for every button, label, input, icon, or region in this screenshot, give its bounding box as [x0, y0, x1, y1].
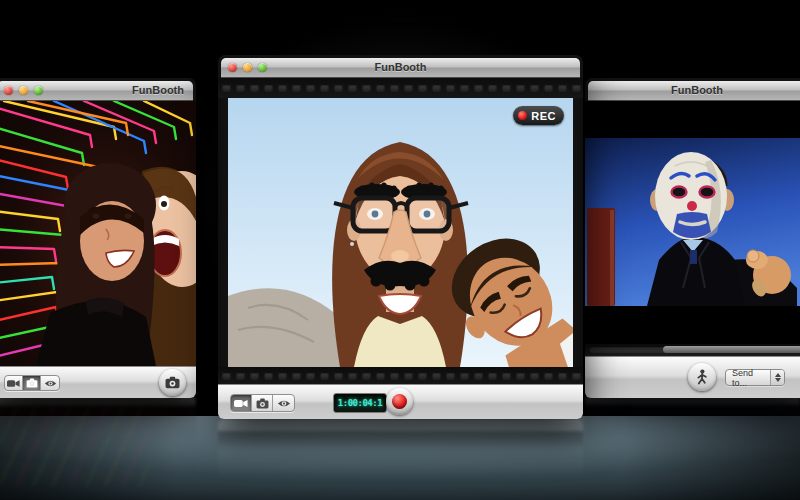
- film-perforation: [502, 84, 511, 92]
- record-button[interactable]: [386, 388, 413, 415]
- film-perforation: [264, 84, 273, 92]
- film-perforation: [530, 372, 539, 380]
- film-perforation: [516, 84, 525, 92]
- camera-preview-party: [0, 101, 196, 366]
- film-perforation: [264, 372, 273, 380]
- film-perforation: [460, 372, 469, 380]
- film-perforation: [236, 372, 245, 380]
- couple-photo-illustration: [228, 98, 573, 367]
- video-mode-button[interactable]: [231, 395, 252, 411]
- window-reflection: [0, 395, 196, 447]
- stepper-arrows-icon: [770, 370, 784, 385]
- film-perforation: [320, 372, 329, 380]
- camera-icon: [165, 376, 180, 389]
- zoom-button[interactable]: [34, 86, 43, 95]
- film-perforation: [278, 84, 287, 92]
- record-dot-icon: [392, 394, 407, 409]
- still-camera-icon: [26, 378, 38, 388]
- film-strip: [218, 78, 583, 98]
- film-perforation: [432, 372, 441, 380]
- send-to-popup[interactable]: Send to...: [725, 369, 785, 386]
- film-perforation: [362, 84, 371, 92]
- record-dot-icon: [518, 111, 527, 120]
- film-perforation: [222, 372, 231, 380]
- film-perforation: [404, 84, 413, 92]
- effects-mode-button[interactable]: [273, 395, 294, 411]
- film-perforation: [320, 84, 329, 92]
- photo-mode-button[interactable]: [23, 376, 41, 390]
- film-perforation: [376, 84, 385, 92]
- camera-preview-clown: [585, 138, 800, 306]
- titlebar: FunBooth: [221, 58, 580, 78]
- window-reflection: [218, 419, 583, 481]
- timecode-display: 1:00:04:1: [333, 393, 387, 413]
- recording-indicator: REC: [513, 106, 564, 125]
- film-perforation: [418, 372, 427, 380]
- camera-preview-couple: REC: [228, 98, 573, 367]
- funbooth-window-center: FunBooth: [218, 55, 583, 419]
- still-camera-icon: [256, 398, 269, 409]
- film-perforation: [348, 84, 357, 92]
- film-perforation: [250, 372, 259, 380]
- film-perforation: [446, 372, 455, 380]
- video-camera-icon: [7, 379, 20, 388]
- window-title: FunBooth: [588, 84, 800, 96]
- film-perforation: [544, 372, 553, 380]
- film-perforation: [404, 372, 413, 380]
- photo-mode-button[interactable]: [252, 395, 273, 411]
- film-perforation: [306, 372, 315, 380]
- film-perforation: [390, 84, 399, 92]
- film-perforation: [460, 84, 469, 92]
- effects-mode-button[interactable]: [41, 376, 59, 390]
- titlebar: FunBooth: [0, 81, 193, 101]
- effects-button[interactable]: [688, 363, 716, 391]
- party-photo-illustration: [0, 101, 196, 366]
- film-perforation: [278, 372, 287, 380]
- eye-icon: [277, 399, 291, 408]
- film-perforation: [362, 372, 371, 380]
- funbooth-promo-screen: FunBooth: [0, 0, 800, 500]
- film-perforation: [488, 372, 497, 380]
- window-title: FunBooth: [221, 61, 580, 73]
- window-title: FunBooth: [132, 84, 184, 96]
- toolbar: 1:00:04:1: [218, 384, 583, 419]
- window-reflection: [585, 394, 800, 446]
- walking-person-icon: [695, 369, 709, 385]
- film-perforation: [292, 84, 301, 92]
- film-strip: [218, 367, 583, 384]
- close-button[interactable]: [4, 86, 13, 95]
- film-perforation: [516, 372, 525, 380]
- film-perforation: [334, 84, 343, 92]
- toolbar: Send to...: [585, 356, 800, 398]
- titlebar: FunBooth: [588, 81, 800, 101]
- mode-segmented-control: [230, 394, 295, 412]
- take-photo-button[interactable]: [159, 369, 186, 396]
- film-perforation: [250, 84, 259, 92]
- film-perforation: [558, 372, 567, 380]
- rec-label: REC: [531, 110, 556, 122]
- film-perforation: [222, 84, 231, 92]
- film-perforation: [544, 84, 553, 92]
- scrubber-handle[interactable]: [663, 346, 800, 353]
- film-perforation: [390, 372, 399, 380]
- film-perforation: [572, 84, 581, 92]
- film-perforation: [376, 372, 385, 380]
- video-letterbox: [585, 101, 800, 343]
- film-perforation: [306, 84, 315, 92]
- film-perforation: [474, 84, 483, 92]
- playback-scrubber: [585, 343, 800, 356]
- film-perforation: [502, 372, 511, 380]
- minimize-button[interactable]: [19, 86, 28, 95]
- funbooth-window-left: FunBooth: [0, 78, 196, 398]
- film-perforation: [348, 372, 357, 380]
- film-perforation: [558, 84, 567, 92]
- toolbar: [0, 366, 196, 398]
- film-perforation: [572, 372, 581, 380]
- film-perforation: [236, 84, 245, 92]
- film-perforation: [432, 84, 441, 92]
- film-perforation: [334, 372, 343, 380]
- photo-frame: REC: [218, 98, 583, 367]
- eye-icon: [44, 379, 57, 388]
- video-mode-button[interactable]: [5, 376, 23, 390]
- film-perforation: [418, 84, 427, 92]
